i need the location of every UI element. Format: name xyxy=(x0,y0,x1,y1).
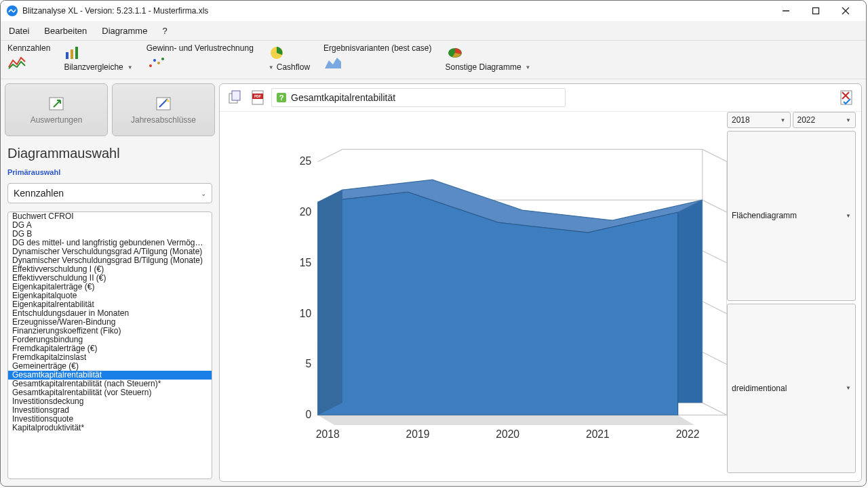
svg-text:0: 0 xyxy=(305,409,311,420)
panel-title: Diagrammauswahl xyxy=(7,146,215,161)
render-mode-select[interactable]: dreidimentional▼ xyxy=(727,304,856,474)
list-item[interactable]: Dynamischer Verschuldungsgrad B/Tilgung … xyxy=(8,256,212,265)
copy-icon[interactable] xyxy=(225,88,244,107)
sheet-pencil-icon xyxy=(154,95,173,113)
primary-select[interactable]: Kennzahlen ⌄ xyxy=(7,183,212,203)
sheet-arrow-icon xyxy=(47,95,66,113)
list-item[interactable]: DG B xyxy=(8,230,212,239)
chevron-down-icon: ▼ xyxy=(269,64,274,70)
list-item[interactable]: Forderungsbindung xyxy=(8,336,212,344)
svg-text:2018: 2018 xyxy=(316,428,340,440)
list-item[interactable]: Effektivverschuldung II (€) xyxy=(8,274,212,283)
chevron-down-icon: ▼ xyxy=(846,385,851,391)
svg-text:2022: 2022 xyxy=(676,428,700,440)
menu-bearbeiten[interactable]: Bearbeiten xyxy=(44,26,87,36)
bar-chart-icon xyxy=(64,43,83,62)
list-item[interactable]: DG A xyxy=(8,221,212,230)
list-item[interactable]: Finanzierungskoeffizent (Fiko) xyxy=(8,327,212,336)
auswertungen-button[interactable]: Auswertungen xyxy=(5,83,108,136)
minimize-button[interactable] xyxy=(771,1,801,20)
svg-rect-5 xyxy=(66,52,68,59)
svg-line-34 xyxy=(703,352,727,365)
jahresabschluesse-label: Jahresabschlüsse xyxy=(131,115,196,125)
chevron-down-icon: ▼ xyxy=(781,117,786,123)
svg-text:2019: 2019 xyxy=(406,428,430,440)
ribbon-bilanzvergleiche[interactable]: Bilanzvergleiche▼ xyxy=(64,43,132,72)
chevron-down-icon: ▼ xyxy=(846,117,851,123)
list-item[interactable]: Investitionsdeckung xyxy=(8,397,212,406)
auswertungen-label: Auswertungen xyxy=(31,115,83,125)
titlebar: Blitzanalyse XL - Version: 5.23.1.1 - Mu… xyxy=(1,1,866,21)
chart-title-field[interactable]: ? Gesamtkapitalrentabilität xyxy=(271,88,566,107)
svg-line-50 xyxy=(703,149,727,161)
ribbon-ergebnis[interactable]: Ergebnisvarianten (best case) xyxy=(323,43,431,72)
list-item[interactable]: Buchwert CFROI xyxy=(8,212,212,221)
svg-marker-61 xyxy=(318,415,694,424)
svg-marker-59 xyxy=(318,192,678,415)
list-item[interactable]: Effektivverschuldung I (€) xyxy=(8,265,212,274)
menu-diagramme[interactable]: Diagramme xyxy=(102,26,147,36)
ribbon-kennzahlen[interactable]: Kennzahlen xyxy=(7,43,50,72)
chart-type-select[interactable]: Flächendiagramm▼ xyxy=(727,131,856,301)
chevron-down-icon: ⌄ xyxy=(201,190,206,197)
list-item[interactable]: Eigenkapitalerträge (€) xyxy=(8,283,212,291)
svg-text:2021: 2021 xyxy=(586,428,610,440)
list-item[interactable]: Fremdkapitalerträge (€) xyxy=(8,344,212,353)
chart-options: 2018▼ 2022▼ Flächendiagramm▼ dreidimenti… xyxy=(727,112,861,481)
list-item[interactable]: DG des mittel- und langfristig gebundene… xyxy=(8,239,212,247)
svg-point-11 xyxy=(161,58,164,60)
ribbon-kennzahlen-label: Kennzahlen xyxy=(7,43,50,53)
help-icon: ? xyxy=(276,92,287,103)
list-item[interactable]: Investitionsgrad xyxy=(8,406,212,415)
year-to-select[interactable]: 2022▼ xyxy=(793,112,856,128)
svg-line-30 xyxy=(703,403,727,415)
svg-marker-60 xyxy=(318,190,342,415)
chevron-down-icon: ▼ xyxy=(127,64,133,70)
list-item[interactable]: Erzeugnisse/Waren-Bindung xyxy=(8,318,212,327)
svg-text:20: 20 xyxy=(300,206,312,218)
pdf-icon[interactable]: PDF xyxy=(248,88,267,107)
svg-text:25: 25 xyxy=(300,155,312,167)
pie3d-icon xyxy=(446,43,465,62)
ribbon-cashflow-label: Cashflow xyxy=(277,62,310,72)
year-from-select[interactable]: 2018▼ xyxy=(727,112,791,128)
svg-text:15: 15 xyxy=(300,257,312,268)
svg-rect-2 xyxy=(813,8,819,14)
ribbon-ergebnis-label: Ergebnisvarianten (best case) xyxy=(323,43,431,53)
svg-text:10: 10 xyxy=(300,308,312,319)
list-item[interactable]: Gesamtkapitalrentabilität (vor Steuern) xyxy=(8,388,212,397)
close-button[interactable] xyxy=(831,1,861,20)
chart-title-text: Gesamtkapitalrentabilität xyxy=(291,92,395,103)
area-chart-icon xyxy=(323,53,342,72)
ribbon-cashflow[interactable]: ▼Cashflow xyxy=(267,43,310,72)
jahresabschluesse-button[interactable]: Jahresabschlüsse xyxy=(112,83,215,136)
svg-text:2020: 2020 xyxy=(496,428,519,440)
maximize-button[interactable] xyxy=(801,1,831,20)
list-item[interactable]: Gesamtkapitalrentabilität xyxy=(8,371,212,380)
list-item[interactable]: Dynamischer Verschuldungsgrad A/Tilgung … xyxy=(8,247,212,256)
svg-point-10 xyxy=(157,62,160,64)
list-item[interactable]: Gemeinerträge (€) xyxy=(8,362,212,371)
svg-line-46 xyxy=(703,200,727,212)
list-item[interactable]: Entschuldungsdauer in Monaten xyxy=(8,309,212,318)
primary-select-value: Kennzahlen xyxy=(14,188,64,199)
svg-line-42 xyxy=(703,251,727,263)
list-item[interactable]: Eigenkapitalquote xyxy=(8,291,212,300)
svg-text:?: ? xyxy=(279,94,284,102)
delete-icon[interactable] xyxy=(837,88,856,107)
list-item[interactable]: Eigenkapitalrentabilität xyxy=(8,300,212,309)
ribbon-sonstige[interactable]: Sonstige Diagramme▼ xyxy=(446,43,531,72)
list-item[interactable]: Kapitalproduktivität* xyxy=(8,424,212,432)
svg-text:5: 5 xyxy=(305,358,311,369)
list-item[interactable]: Fremdkapitalzinslast xyxy=(8,353,212,362)
chevron-down-icon: ▼ xyxy=(846,213,851,219)
menu-datei[interactable]: Datei xyxy=(9,26,29,36)
svg-line-49 xyxy=(318,149,342,161)
kennzahlen-listbox[interactable]: Buchwert CFROIDG ADG BDG des mittel- und… xyxy=(7,211,212,479)
ribbon-gewinn[interactable]: Gewinn- und Verlustrechnung xyxy=(146,43,254,72)
menu-help[interactable]: ? xyxy=(162,26,167,36)
chart-area: 051015202520182019202020212022 xyxy=(220,112,727,481)
list-item[interactable]: Gesamtkapitalrentabilität (nach Steuern)… xyxy=(8,380,212,388)
list-item[interactable]: Investitionsquote xyxy=(8,415,212,424)
svg-point-9 xyxy=(153,59,156,62)
